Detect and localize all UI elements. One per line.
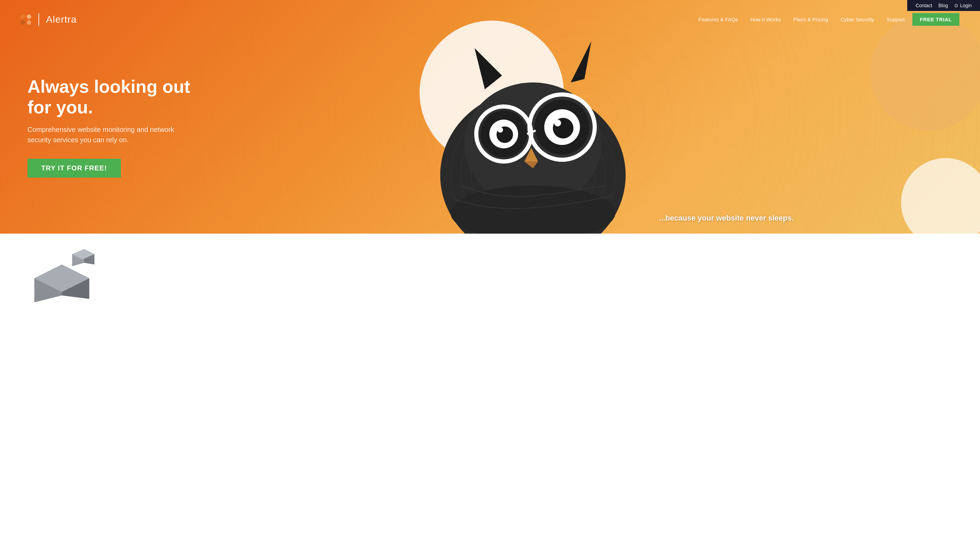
logo-text: Alertra: [46, 14, 76, 25]
hero-section: Alertra Features & FAQs How It Works Pla…: [0, 0, 980, 234]
logo-dot-4: [27, 20, 31, 25]
header: Alertra Features & FAQs How It Works Pla…: [0, 7, 980, 32]
logo-dot-3: [21, 20, 25, 25]
nav-features[interactable]: Features & FAQs: [694, 14, 743, 25]
login-label: Login: [960, 3, 972, 8]
login-icon: ⊙: [954, 3, 958, 8]
contact-link[interactable]: Contact: [915, 3, 932, 8]
cube-icon: [27, 247, 96, 309]
below-hero-section: [0, 234, 980, 323]
svg-marker-7: [571, 41, 591, 83]
blog-link[interactable]: Blog: [939, 3, 948, 8]
owl-tagline: ...because your website never sleeps.: [659, 214, 794, 223]
nav-support[interactable]: Support: [882, 14, 910, 25]
hero-subtitle: Comprehensive website monitoring and net…: [27, 124, 199, 145]
free-trial-button[interactable]: FREE TRIAL: [912, 13, 959, 26]
nav-plans-pricing[interactable]: Plans & Pricing: [788, 14, 833, 25]
owl-illustration: ...because your website never sleeps.: [392, 0, 980, 234]
svg-point-13: [498, 127, 503, 132]
hero-content: Always looking out for you. Comprehensiv…: [0, 56, 240, 178]
logo-area: Alertra: [21, 13, 76, 26]
logo-divider: [38, 13, 39, 26]
cta-button[interactable]: TRY IT FOR FREE!: [27, 159, 121, 178]
login-link[interactable]: ⊙ Login: [954, 3, 972, 8]
svg-point-18: [554, 120, 561, 126]
owl-svg: [426, 21, 640, 234]
top-bar: Contact Blog ⊙ Login: [907, 0, 980, 11]
circle-white-bottom-right: [901, 158, 980, 234]
logo-dot-1: [21, 14, 25, 19]
hero-title: Always looking out for you.: [27, 77, 213, 118]
nav-cyber-security[interactable]: Cyber Security: [836, 14, 879, 25]
logo-dot-2: [27, 14, 31, 19]
svg-marker-6: [474, 48, 502, 89]
nav-how-it-works[interactable]: How It Works: [746, 14, 786, 25]
logo-dots: [21, 14, 32, 25]
main-nav: Features & FAQs How It Works Plans & Pri…: [694, 13, 959, 26]
